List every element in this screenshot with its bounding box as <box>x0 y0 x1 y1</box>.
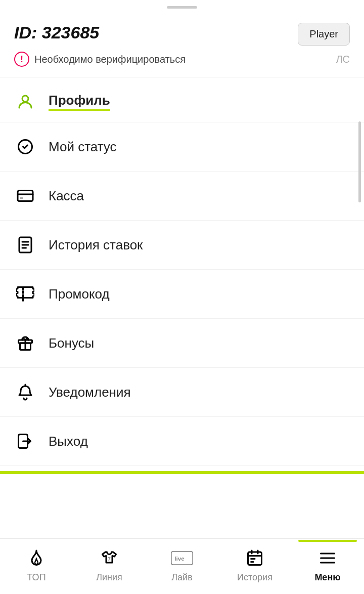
menu-item-promo-label: Промокод <box>49 286 110 302</box>
nav-item-top[interactable]: ТОП <box>0 547 73 583</box>
menu-icon <box>316 547 339 569</box>
nav-item-menu[interactable]: Меню <box>291 547 364 583</box>
badge-icon <box>14 136 36 158</box>
scrollbar[interactable] <box>358 121 361 202</box>
menu-item-bonuses[interactable]: Бонусы <box>0 319 364 368</box>
menu-item-kassa[interactable]: Касса <box>0 172 364 221</box>
svg-rect-3 <box>20 197 23 199</box>
user-id: ID: 323685 <box>14 23 99 43</box>
ticket-icon <box>14 283 36 305</box>
menu-item-notifications[interactable]: Уведомления <box>0 368 364 417</box>
header: ID: 323685 Player <box>0 9 364 52</box>
menu-item-bonuses-label: Бонусы <box>49 335 94 351</box>
svg-text:live: live <box>174 555 185 562</box>
nav-label-top: ТОП <box>27 572 46 583</box>
gift-icon <box>14 332 36 354</box>
menu-item-notifications-label: Уведомления <box>49 385 131 400</box>
menu-item-my-status-label: Мой статус <box>49 139 117 155</box>
nav-item-live[interactable]: live Лайв <box>146 547 218 583</box>
calendar-icon <box>244 547 266 569</box>
bottom-nav: ТОП 7 Линия live Лайв <box>0 538 364 594</box>
menu-item-profile-label: Профиль <box>49 93 110 111</box>
player-button[interactable]: Player <box>298 23 350 46</box>
menu-item-my-status[interactable]: Мой статус <box>0 122 364 172</box>
card-icon <box>14 185 36 207</box>
document-icon <box>14 234 36 256</box>
person-icon <box>14 91 36 113</box>
nav-item-history[interactable]: История <box>218 547 291 583</box>
svg-point-0 <box>22 96 28 102</box>
bell-icon <box>14 381 36 403</box>
fire-icon <box>25 547 48 569</box>
verification-message: Необходимо верифицироваться <box>34 54 186 65</box>
nav-label-line: Линия <box>96 572 122 583</box>
nav-label-history: История <box>237 572 272 583</box>
live-icon: live <box>171 547 193 569</box>
menu-item-bet-history[interactable]: История ставок <box>0 221 364 270</box>
svg-rect-2 <box>18 191 33 201</box>
menu-item-logout[interactable]: Выход <box>0 417 364 466</box>
ls-link[interactable]: ЛС <box>336 54 350 65</box>
svg-text:7: 7 <box>108 556 111 562</box>
nav-label-live: Лайв <box>171 572 192 583</box>
menu-item-kassa-label: Касса <box>49 188 84 204</box>
menu-item-profile[interactable]: Профиль <box>0 77 364 122</box>
logout-icon <box>14 430 36 452</box>
menu-item-logout-label: Выход <box>49 434 88 449</box>
green-accent-bar <box>0 471 364 474</box>
menu-list: Профиль Мой статус Касса <box>0 77 364 466</box>
warning-icon: ! <box>14 52 29 67</box>
nav-item-line[interactable]: 7 Линия <box>73 547 146 583</box>
tshirt-icon: 7 <box>98 547 120 569</box>
menu-item-bet-history-label: История ставок <box>49 237 143 253</box>
verification-row: ! Необходимо верифицироваться ЛС <box>0 52 364 77</box>
menu-item-promo[interactable]: Промокод <box>0 270 364 319</box>
nav-label-menu: Меню <box>314 572 340 583</box>
